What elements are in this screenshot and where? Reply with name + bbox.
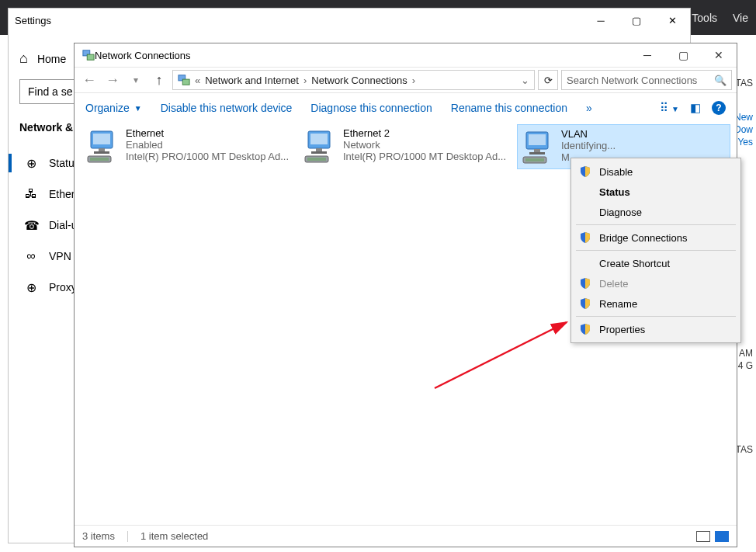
bg-menu-tools[interactable]: Tools	[692, 12, 717, 24]
view-details-button[interactable]	[696, 531, 710, 542]
ctx-label: Create Shortcut	[599, 258, 670, 269]
bg-snippet: Yes	[737, 137, 753, 148]
refresh-button[interactable]: ⟳	[538, 70, 558, 90]
settings-close-button[interactable]: ✕	[654, 9, 690, 32]
settings-maximize-button[interactable]: ▢	[619, 9, 654, 32]
connection-name: Ethernet 2	[343, 127, 512, 139]
shield-icon	[579, 323, 591, 335]
nav-recent-dropdown[interactable]: ▾	[126, 70, 146, 90]
nav-forward-button[interactable]: →	[102, 70, 123, 90]
search-placeholder: Search Network Connections	[567, 75, 697, 86]
ctx-label: Rename	[599, 298, 637, 310]
connection-context-menu: Disable Status Diagnose Bridge Connectio…	[570, 158, 741, 343]
adapter-icon	[519, 127, 561, 168]
status-item-count: 3 items	[82, 530, 115, 542]
toolbar-label: Rename this connection	[451, 102, 567, 114]
ctx-label: Diagnose	[599, 207, 642, 218]
ctx-properties[interactable]: Properties	[571, 319, 740, 339]
settings-titlebar[interactable]: Settings ─ ▢ ✕	[9, 9, 690, 32]
network-connections-icon	[82, 49, 95, 61]
connection-status: Enabled	[126, 139, 294, 151]
explorer-maximize-button[interactable]: ▢	[665, 43, 701, 67]
explorer-titlebar[interactable]: Network Connections ─ ▢ ✕	[75, 43, 737, 67]
status-divider	[127, 531, 128, 542]
view-large-icons-button[interactable]	[715, 531, 729, 542]
connection-status: Identifying...	[561, 140, 728, 151]
sidebar-item-label: VPN	[49, 250, 71, 262]
ctx-label: Status	[599, 186, 630, 198]
ethernet-icon: 🖧	[24, 187, 38, 201]
shield-icon	[579, 297, 591, 310]
connection-desc: Intel(R) PRO/1000 MT Desktop Ad...	[343, 151, 512, 162]
breadcrumb-prefix: «	[195, 75, 200, 86]
preview-pane-button[interactable]: ◧	[690, 101, 701, 115]
connection-item-ethernet-2[interactable]: Ethernet 2 Network Intel(R) PRO/1000 MT …	[300, 124, 513, 169]
adapter-icon	[301, 126, 343, 168]
dropdown-icon: ▼	[134, 104, 142, 113]
help-button[interactable]: ?	[712, 101, 726, 115]
explorer-search-input[interactable]: Search Network Connections 🔍	[561, 70, 732, 90]
bg-snippet: 4 G	[738, 360, 753, 371]
address-dropdown-icon[interactable]: ⌄	[521, 75, 529, 86]
explorer-title: Network Connections	[95, 50, 191, 61]
ctx-label: Bridge Connections	[599, 232, 687, 244]
settings-minimize-button[interactable]: ─	[583, 9, 619, 32]
connection-desc: Intel(R) PRO/1000 MT Desktop Ad...	[126, 151, 294, 162]
address-bar[interactable]: « Network and Internet › Network Connect…	[172, 70, 535, 90]
toolbar-rename[interactable]: Rename this connection	[451, 102, 567, 114]
address-icon	[178, 74, 190, 86]
toolbar-organize[interactable]: Organize ▼	[85, 102, 142, 114]
connection-status: Network	[343, 139, 512, 151]
sidebar-item-label: Proxy	[49, 281, 77, 293]
chevron-right-icon: ›	[303, 75, 307, 86]
overflow-label: »	[586, 102, 592, 114]
globe-icon: ⊕	[24, 156, 38, 171]
explorer-nav-bar: ← → ▾ ↑ « Network and Internet › Network…	[75, 67, 737, 93]
ctx-label: Delete	[599, 278, 629, 290]
toolbar-label: Diagnose this connection	[310, 102, 432, 114]
ctx-diagnose[interactable]: Diagnose	[571, 202, 740, 222]
ctx-bridge[interactable]: Bridge Connections	[571, 227, 740, 248]
home-icon: ⌂	[19, 50, 28, 67]
ctx-create-shortcut[interactable]: Create Shortcut	[571, 253, 740, 273]
organize-label: Organize	[85, 102, 130, 114]
shield-icon	[579, 165, 591, 178]
proxy-icon: ⊕	[24, 280, 38, 295]
ctx-label: Disable	[599, 166, 633, 178]
breadcrumb-seg[interactable]: Network and Internet	[205, 75, 299, 86]
explorer-minimize-button[interactable]: ─	[629, 43, 665, 67]
nav-back-button[interactable]: ←	[79, 70, 99, 90]
search-icon: 🔍	[714, 75, 727, 86]
vpn-icon: ∞	[24, 249, 38, 263]
bg-snippet: AM	[739, 348, 753, 359]
bg-snippet: TAS	[736, 444, 753, 455]
settings-title: Settings	[15, 15, 51, 26]
connection-item-ethernet[interactable]: Ethernet Enabled Intel(R) PRO/1000 MT De…	[82, 124, 296, 169]
breadcrumb-seg[interactable]: Network Connections	[311, 75, 407, 86]
ctx-separator	[576, 250, 736, 251]
toolbar-disable-device[interactable]: Disable this network device	[161, 102, 293, 114]
ctx-label: Properties	[599, 324, 645, 335]
view-options-button[interactable]: ⠿ ▼	[660, 101, 679, 115]
ctx-rename[interactable]: Rename	[571, 293, 740, 314]
explorer-toolbar: Organize ▼ Disable this network device D…	[75, 93, 737, 123]
adapter-icon	[84, 126, 126, 168]
dialup-icon: ☎	[24, 218, 38, 233]
toolbar-label: Disable this network device	[161, 102, 293, 114]
ctx-disable[interactable]: Disable	[571, 161, 740, 182]
ctx-delete: Delete	[571, 273, 740, 293]
bg-menu-view[interactable]: Vie	[733, 12, 748, 24]
chevron-right-icon: ›	[412, 75, 415, 86]
toolbar-diagnose[interactable]: Diagnose this connection	[310, 102, 432, 114]
explorer-status-bar: 3 items 1 item selected	[75, 525, 737, 547]
home-label: Home	[37, 53, 66, 65]
toolbar-overflow[interactable]: »	[586, 102, 592, 114]
shield-icon	[579, 277, 591, 290]
connection-name: Ethernet	[126, 127, 294, 139]
ctx-separator	[576, 316, 736, 317]
ctx-status[interactable]: Status	[571, 182, 740, 202]
explorer-close-button[interactable]: ✕	[701, 43, 737, 67]
nav-up-button[interactable]: ↑	[149, 70, 169, 90]
status-selected-count: 1 item selected	[140, 530, 208, 542]
connection-name: VLAN	[561, 128, 728, 140]
